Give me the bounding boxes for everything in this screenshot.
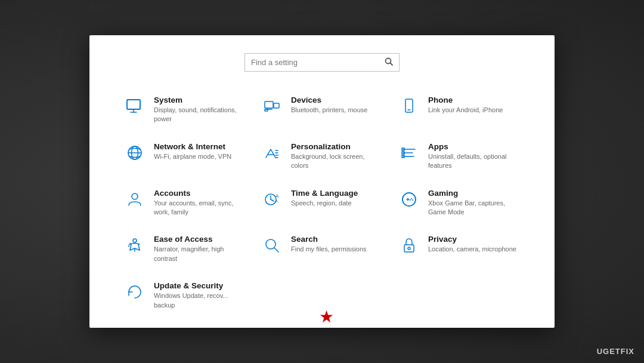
devices-icon bbox=[261, 96, 283, 117]
personalization-icon bbox=[261, 142, 283, 164]
search-bar[interactable] bbox=[244, 53, 400, 72]
svg-rect-9 bbox=[265, 109, 268, 111]
time-title: Time & Language bbox=[291, 189, 358, 198]
accounts-icon bbox=[124, 189, 145, 210]
system-icon bbox=[124, 96, 145, 117]
svg-rect-5 bbox=[127, 100, 140, 109]
system-title: System bbox=[154, 96, 246, 104]
network-icon bbox=[124, 142, 145, 164]
settings-item-personalization[interactable]: Personalization Background, lock screen,… bbox=[256, 136, 388, 177]
svg-point-38 bbox=[410, 199, 411, 201]
settings-item-gaming[interactable]: Gaming Xbox Game Bar, captures, Game Mod… bbox=[394, 183, 525, 223]
svg-rect-42 bbox=[404, 245, 414, 252]
search-title: Search bbox=[291, 235, 367, 244]
privacy-desc: Location, camera, microphone bbox=[428, 245, 516, 254]
settings-item-update[interactable]: Update & Security Windows Update, recov.… bbox=[119, 275, 250, 316]
svg-rect-2 bbox=[127, 100, 140, 109]
update-text: Update & Security Windows Update, recov.… bbox=[154, 281, 246, 310]
network-text: Network & Internet Wi-Fi, airplane mode,… bbox=[154, 142, 231, 161]
svg-rect-6 bbox=[265, 101, 273, 108]
time-desc: Speech, region, date bbox=[291, 199, 358, 208]
apps-icon bbox=[398, 142, 420, 164]
settings-item-phone[interactable]: Phone Link your Android, iPhone bbox=[394, 90, 525, 130]
apps-text: Apps Uninstall, defaults, optional featu… bbox=[428, 142, 520, 171]
settings-item-time[interactable]: A A Time & Language Speech, region, date bbox=[256, 183, 388, 223]
personalization-text: Personalization Background, lock screen,… bbox=[291, 142, 383, 171]
settings-item-accounts[interactable]: Accounts Your accounts, email, sync, wor… bbox=[119, 183, 250, 223]
settings-item-network[interactable]: Network & Internet Wi-Fi, airplane mode,… bbox=[119, 136, 250, 177]
devices-title: Devices bbox=[291, 96, 367, 104]
privacy-icon bbox=[398, 235, 420, 256]
svg-point-36 bbox=[411, 198, 412, 199]
svg-point-37 bbox=[412, 199, 413, 201]
update-title: Update & Security bbox=[154, 281, 246, 290]
system-text: System Display, sound, notifications, po… bbox=[154, 96, 246, 124]
settings-item-search[interactable]: Search Find my files, permissions bbox=[256, 229, 388, 269]
settings-item-system[interactable]: System Display, sound, notifications, po… bbox=[119, 90, 250, 130]
phone-icon bbox=[398, 96, 420, 117]
gaming-title: Gaming bbox=[428, 189, 520, 198]
phone-text: Phone Link your Android, iPhone bbox=[428, 96, 503, 115]
network-title: Network & Internet bbox=[154, 142, 231, 151]
apps-title: Apps bbox=[428, 142, 520, 151]
personalization-desc: Background, lock screen, colors bbox=[291, 152, 383, 171]
settings-item-privacy[interactable]: Privacy Location, camera, microphone bbox=[394, 229, 525, 269]
search-input[interactable] bbox=[251, 58, 385, 67]
devices-text: Devices Bluetooth, printers, mouse bbox=[291, 96, 367, 115]
svg-point-26 bbox=[132, 193, 138, 199]
gaming-icon bbox=[398, 189, 420, 210]
svg-point-43 bbox=[408, 247, 410, 250]
update-desc: Windows Update, recov... backup bbox=[154, 291, 246, 310]
system-desc: Display, sound, notifications, power bbox=[154, 106, 246, 124]
accounts-title: Accounts bbox=[154, 189, 246, 198]
search-desc: Find my files, permissions bbox=[291, 245, 367, 254]
time-text: Time & Language Speech, region, date bbox=[291, 189, 358, 208]
svg-line-29 bbox=[271, 199, 274, 201]
svg-text:A: A bbox=[275, 199, 278, 203]
search-icon bbox=[385, 57, 393, 67]
svg-line-1 bbox=[391, 63, 393, 66]
settings-item-ease[interactable]: Ease of Access Narrator, magnifier, high… bbox=[119, 229, 250, 269]
network-desc: Wi-Fi, airplane mode, VPN bbox=[154, 152, 231, 161]
phone-desc: Link your Android, iPhone bbox=[428, 106, 503, 115]
search-text: Search Find my files, permissions bbox=[291, 235, 367, 254]
svg-text:A: A bbox=[275, 193, 279, 199]
ease-text: Ease of Access Narrator, magnifier, high… bbox=[154, 235, 246, 263]
gaming-desc: Xbox Game Bar, captures, Game Mode bbox=[428, 199, 520, 217]
svg-line-41 bbox=[274, 248, 278, 252]
ease-desc: Narrator, magnifier, high contrast bbox=[154, 245, 246, 263]
watermark: UGETFIX bbox=[597, 347, 634, 356]
update-icon bbox=[124, 281, 145, 303]
svg-point-39 bbox=[133, 239, 137, 242]
accounts-text: Accounts Your accounts, email, sync, wor… bbox=[154, 189, 246, 217]
settings-item-apps[interactable]: Apps Uninstall, defaults, optional featu… bbox=[394, 136, 525, 177]
personalization-title: Personalization bbox=[291, 142, 383, 151]
phone-title: Phone bbox=[428, 96, 503, 104]
settings-grid: System Display, sound, notifications, po… bbox=[101, 90, 543, 316]
settings-window: System Display, sound, notifications, po… bbox=[89, 35, 555, 328]
devices-desc: Bluetooth, printers, mouse bbox=[291, 106, 367, 115]
svg-rect-7 bbox=[274, 103, 279, 108]
accounts-desc: Your accounts, email, sync, work, family bbox=[154, 199, 246, 217]
apps-desc: Uninstall, defaults, optional features bbox=[428, 152, 520, 171]
ease-title: Ease of Access bbox=[154, 235, 246, 244]
settings-item-devices[interactable]: Devices Bluetooth, printers, mouse bbox=[256, 90, 388, 130]
search-settings-icon bbox=[261, 235, 283, 256]
privacy-title: Privacy bbox=[428, 235, 516, 244]
privacy-text: Privacy Location, camera, microphone bbox=[428, 235, 516, 254]
ease-icon bbox=[124, 235, 145, 256]
gaming-text: Gaming Xbox Game Bar, captures, Game Mod… bbox=[428, 189, 520, 217]
time-icon: A A bbox=[261, 189, 283, 210]
